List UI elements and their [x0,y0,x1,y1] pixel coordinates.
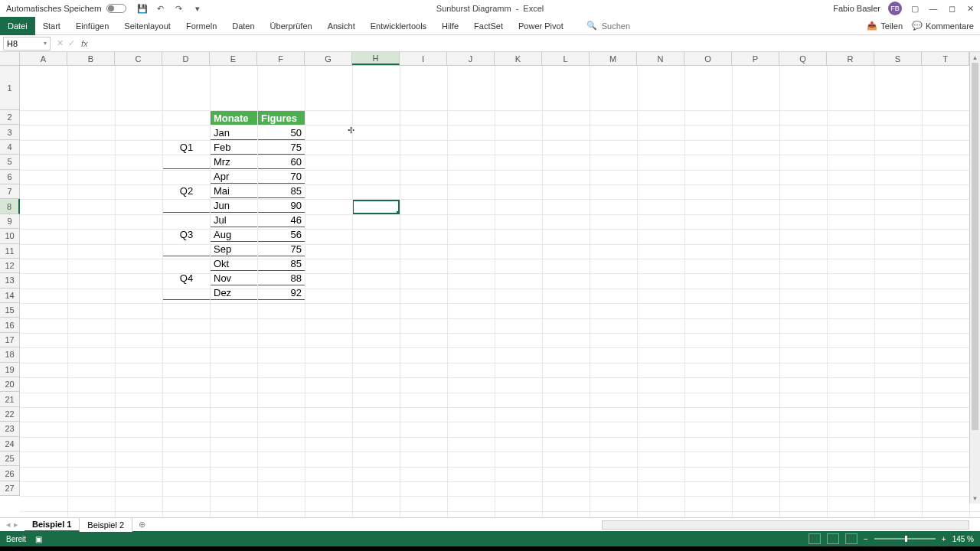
autosave-toggle[interactable]: Automatisches Speichern [0,4,132,13]
col-j[interactable]: J [447,52,495,65]
redo-icon[interactable]: ↷ [174,3,185,14]
tab-powerpivot[interactable]: Power Pivot [511,17,571,35]
sheet-tab-1[interactable]: Beispiel 1 [24,518,80,532]
row-3[interactable]: 3 [0,125,20,139]
col-d[interactable]: D [162,52,210,65]
close-icon[interactable]: ✕ [965,3,975,14]
tab-ansicht[interactable]: Ansicht [320,17,363,35]
tab-entwicklertools[interactable]: Entwicklertools [363,17,434,35]
chevron-down-icon[interactable]: ▾ [44,40,47,47]
cell-q4[interactable]: Q4 [163,256,211,300]
sheet-tab-2[interactable]: Beispiel 2 [80,518,132,532]
col-m[interactable]: M [590,52,637,65]
header-monate[interactable]: Monate [211,111,258,126]
select-all-corner[interactable] [0,52,20,65]
search-input[interactable] [602,21,678,31]
cell-nov[interactable]: Nov [211,271,258,285]
scroll-up-icon[interactable]: ▲ [970,52,980,63]
row-2[interactable]: 2 [0,110,20,125]
col-l[interactable]: L [542,52,590,65]
scroll-down-icon[interactable]: ▼ [970,493,980,504]
row-25[interactable]: 25 [0,452,20,466]
col-g[interactable]: G [305,52,352,65]
cell-mrz-v[interactable]: 60 [258,155,305,169]
col-n[interactable]: N [637,52,684,65]
cell-q1[interactable]: Q1 [163,126,211,169]
zoom-level[interactable]: 145 % [952,535,974,543]
cell-apr[interactable]: Apr [211,169,258,184]
row-24[interactable]: 24 [0,437,20,452]
cell-jan[interactable]: Jan [211,126,258,140]
qat-dropdown-icon[interactable]: ▾ [192,3,203,14]
tab-datei[interactable]: Datei [0,17,35,35]
row-16[interactable]: 16 [0,318,20,332]
save-icon[interactable]: 💾 [137,3,148,14]
row-15[interactable]: 15 [0,303,20,318]
row-22[interactable]: 22 [0,407,20,422]
header-figures[interactable]: Figures [258,111,305,126]
sheet-next-icon[interactable]: ▸ [14,520,18,530]
enter-icon[interactable]: ✓ [68,38,75,48]
cell-q3[interactable]: Q3 [163,213,211,256]
row-9[interactable]: 9 [0,214,20,229]
col-r[interactable]: R [827,52,874,65]
grid-area[interactable]: 1 2 3 4 5 6 7 8 9 10 11 12 13 14 15 16 1… [0,66,980,517]
sheet-prev-icon[interactable]: ◂ [6,520,11,530]
zoom-in-icon[interactable]: + [942,535,946,543]
row-18[interactable]: 18 [0,347,20,362]
user-name[interactable]: Fabio Basler [833,4,880,13]
add-sheet-button[interactable]: ⊕ [132,520,152,530]
maximize-icon[interactable]: ◻ [946,3,957,14]
col-k[interactable]: K [495,52,542,65]
tab-formeln[interactable]: Formeln [178,17,224,35]
horizontal-scrollbar[interactable] [602,520,969,530]
row-4[interactable]: 4 [0,140,20,155]
toggle-switch[interactable] [106,4,126,13]
tab-start[interactable]: Start [35,17,68,35]
col-p[interactable]: P [732,52,779,65]
cell-mai[interactable]: Mai [211,184,258,198]
comments-button[interactable]: 💬 Kommentare [912,21,974,31]
share-button[interactable]: 📤 Teilen [867,21,903,31]
view-break-icon[interactable] [845,533,858,544]
col-b[interactable]: B [67,52,115,65]
col-f[interactable]: F [257,52,305,65]
fx-icon[interactable]: fx [81,39,88,48]
col-t[interactable]: T [922,52,969,65]
row-5[interactable]: 5 [0,155,20,169]
row-21[interactable]: 21 [0,392,20,406]
cancel-icon[interactable]: ✕ [57,38,64,48]
row-23[interactable]: 23 [0,422,20,436]
undo-icon[interactable]: ↶ [155,3,166,14]
row-1[interactable]: 1 [0,66,20,110]
view-normal-icon[interactable] [808,533,821,544]
col-h[interactable]: H [352,52,400,65]
col-a[interactable]: A [20,52,67,65]
cell-dez[interactable]: Dez [211,285,258,300]
cell-feb-v[interactable]: 75 [258,140,305,155]
col-q[interactable]: Q [779,52,827,65]
row-12[interactable]: 12 [0,259,20,273]
row-8[interactable]: 8 [0,199,20,214]
cells[interactable]: Monate Figures Q1Jan50 Feb75 Mrz60 Q2Apr… [20,66,980,517]
formula-input[interactable] [93,37,980,51]
record-macro-icon[interactable]: ▣ [35,535,42,543]
tab-hilfe[interactable]: Hilfe [434,17,466,35]
cell-jan-v[interactable]: 50 [258,126,305,140]
row-7[interactable]: 7 [0,184,20,199]
user-avatar[interactable]: FB [888,2,902,15]
cell-nov-v[interactable]: 88 [258,271,305,285]
ribbon-options-icon[interactable]: ▢ [910,3,920,14]
row-20[interactable]: 20 [0,377,20,392]
row-19[interactable]: 19 [0,363,20,377]
cell-q2[interactable]: Q2 [163,169,211,213]
col-c[interactable]: C [115,52,162,65]
col-e[interactable]: E [210,52,257,65]
col-i[interactable]: I [400,52,447,65]
name-box[interactable]: H8 ▾ [3,37,51,51]
cell-mrz[interactable]: Mrz [211,155,258,169]
tab-einfuegen[interactable]: Einfügen [68,17,116,35]
row-27[interactable]: 27 [0,481,20,496]
row-13[interactable]: 13 [0,273,20,288]
cell-feb[interactable]: Feb [211,140,258,155]
